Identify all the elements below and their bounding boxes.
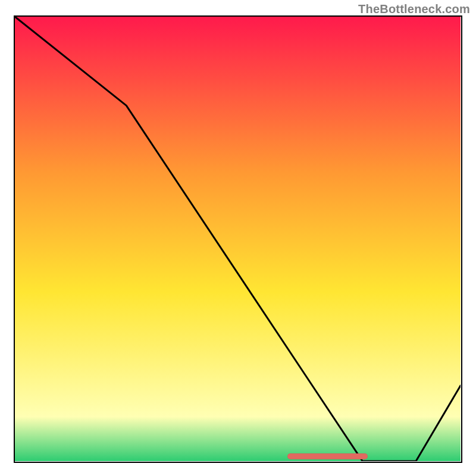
- chart-stage: TheBottleneck.com: [0, 0, 476, 476]
- optimum-range-marker: [287, 453, 368, 459]
- attribution-text: TheBottleneck.com: [358, 2, 470, 16]
- chart-plot-area: [15, 17, 461, 461]
- chart-frame: [14, 15, 462, 463]
- chart-background: [15, 17, 461, 461]
